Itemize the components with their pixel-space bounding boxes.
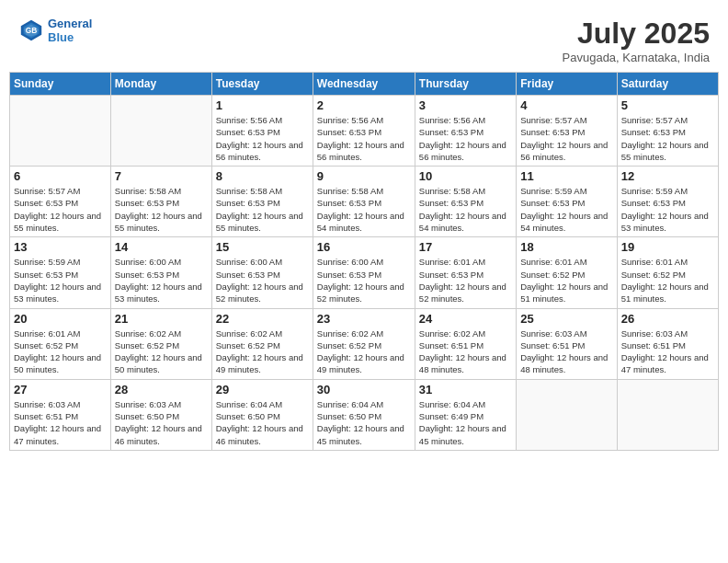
day-number: 4 (520, 98, 612, 112)
calendar-cell: 14Sunrise: 6:00 AM Sunset: 6:53 PM Dayli… (110, 237, 211, 308)
day-number: 13 (14, 240, 107, 254)
calendar-cell: 16Sunrise: 6:00 AM Sunset: 6:53 PM Dayli… (313, 237, 415, 308)
day-info: Sunrise: 5:59 AM Sunset: 6:53 PM Dayligh… (520, 185, 612, 234)
day-number: 9 (317, 169, 411, 183)
day-info: Sunrise: 6:00 AM Sunset: 6:53 PM Dayligh… (115, 256, 208, 304)
day-info: Sunrise: 5:58 AM Sunset: 6:53 PM Dayligh… (216, 185, 309, 234)
calendar-cell: 24Sunrise: 6:02 AM Sunset: 6:51 PM Dayli… (415, 308, 516, 379)
calendar-cell (110, 96, 211, 167)
calendar-cell: 19Sunrise: 6:01 AM Sunset: 6:52 PM Dayli… (617, 237, 718, 308)
day-number: 8 (216, 169, 309, 183)
weekday-header-tuesday: Tuesday (211, 73, 313, 96)
day-number: 15 (216, 240, 309, 254)
calendar-cell: 4Sunrise: 5:57 AM Sunset: 6:53 PM Daylig… (517, 96, 617, 167)
day-info: Sunrise: 5:57 AM Sunset: 6:53 PM Dayligh… (14, 185, 107, 234)
day-number: 26 (621, 312, 714, 326)
day-number: 6 (14, 169, 107, 183)
calendar-cell: 27Sunrise: 6:03 AM Sunset: 6:51 PM Dayli… (10, 379, 111, 450)
day-info: Sunrise: 6:04 AM Sunset: 6:49 PM Dayligh… (419, 398, 512, 447)
month-year: July 2025 (563, 17, 710, 51)
calendar-cell: 25Sunrise: 6:03 AM Sunset: 6:51 PM Dayli… (517, 308, 617, 379)
day-number: 3 (419, 98, 512, 112)
day-number: 30 (317, 383, 411, 396)
day-info: Sunrise: 6:01 AM Sunset: 6:53 PM Dayligh… (419, 256, 512, 304)
logo-text: General Blue (48, 17, 92, 44)
weekday-header-thursday: Thursday (415, 73, 516, 96)
day-info: Sunrise: 6:01 AM Sunset: 6:52 PM Dayligh… (14, 327, 107, 376)
day-info: Sunrise: 6:04 AM Sunset: 6:50 PM Dayligh… (317, 398, 411, 447)
day-number: 16 (317, 240, 411, 254)
calendar-cell (10, 96, 111, 167)
calendar-cell: 31Sunrise: 6:04 AM Sunset: 6:49 PM Dayli… (415, 379, 516, 450)
weekday-header-row: SundayMondayTuesdayWednesdayThursdayFrid… (10, 73, 719, 96)
day-number: 21 (115, 312, 208, 326)
day-number: 20 (14, 312, 107, 326)
calendar-cell: 12Sunrise: 5:59 AM Sunset: 6:53 PM Dayli… (617, 167, 718, 237)
calendar-cell: 17Sunrise: 6:01 AM Sunset: 6:53 PM Dayli… (415, 237, 516, 308)
day-info: Sunrise: 5:56 AM Sunset: 6:53 PM Dayligh… (317, 114, 411, 163)
day-number: 28 (115, 383, 208, 396)
calendar-cell: 13Sunrise: 5:59 AM Sunset: 6:53 PM Dayli… (10, 237, 111, 308)
day-number: 1 (216, 98, 309, 112)
calendar-cell: 11Sunrise: 5:59 AM Sunset: 6:53 PM Dayli… (517, 167, 617, 237)
day-info: Sunrise: 6:01 AM Sunset: 6:52 PM Dayligh… (520, 256, 612, 304)
calendar-cell: 22Sunrise: 6:02 AM Sunset: 6:52 PM Dayli… (211, 308, 313, 379)
day-number: 7 (115, 169, 208, 183)
day-number: 17 (419, 240, 512, 254)
calendar-week-3: 13Sunrise: 5:59 AM Sunset: 6:53 PM Dayli… (10, 237, 719, 308)
logo: GB General Blue (18, 17, 92, 44)
page-header: GB General Blue July 2025 Pavugada, Karn… (9, 9, 719, 68)
day-info: Sunrise: 6:00 AM Sunset: 6:53 PM Dayligh… (317, 256, 411, 304)
day-info: Sunrise: 6:03 AM Sunset: 6:51 PM Dayligh… (520, 327, 612, 376)
day-info: Sunrise: 5:57 AM Sunset: 6:53 PM Dayligh… (520, 114, 612, 163)
calendar-cell: 2Sunrise: 5:56 AM Sunset: 6:53 PM Daylig… (313, 96, 415, 167)
day-number: 11 (520, 169, 612, 183)
day-info: Sunrise: 6:03 AM Sunset: 6:51 PM Dayligh… (621, 327, 714, 376)
day-info: Sunrise: 6:03 AM Sunset: 6:50 PM Dayligh… (115, 398, 208, 447)
calendar-week-5: 27Sunrise: 6:03 AM Sunset: 6:51 PM Dayli… (10, 379, 719, 450)
day-number: 5 (621, 98, 714, 112)
day-info: Sunrise: 6:04 AM Sunset: 6:50 PM Dayligh… (216, 398, 309, 447)
calendar-cell: 23Sunrise: 6:02 AM Sunset: 6:52 PM Dayli… (313, 308, 415, 379)
day-number: 25 (520, 312, 612, 326)
weekday-header-wednesday: Wednesday (313, 73, 415, 96)
calendar-cell: 18Sunrise: 6:01 AM Sunset: 6:52 PM Dayli… (517, 237, 617, 308)
calendar-week-4: 20Sunrise: 6:01 AM Sunset: 6:52 PM Dayli… (10, 308, 719, 379)
day-info: Sunrise: 6:02 AM Sunset: 6:52 PM Dayligh… (115, 327, 208, 376)
day-number: 19 (621, 240, 714, 254)
day-info: Sunrise: 5:56 AM Sunset: 6:53 PM Dayligh… (419, 114, 512, 163)
calendar-cell: 26Sunrise: 6:03 AM Sunset: 6:51 PM Dayli… (617, 308, 718, 379)
day-number: 2 (317, 98, 411, 112)
day-number: 14 (115, 240, 208, 254)
day-info: Sunrise: 6:01 AM Sunset: 6:52 PM Dayligh… (621, 256, 714, 304)
location: Pavugada, Karnataka, India (563, 51, 710, 64)
day-info: Sunrise: 6:02 AM Sunset: 6:51 PM Dayligh… (419, 327, 512, 376)
day-number: 18 (520, 240, 612, 254)
calendar-cell: 7Sunrise: 5:58 AM Sunset: 6:53 PM Daylig… (110, 167, 211, 237)
calendar-cell: 6Sunrise: 5:57 AM Sunset: 6:53 PM Daylig… (10, 167, 111, 237)
day-number: 12 (621, 169, 714, 183)
logo-icon: GB (18, 17, 44, 43)
calendar-cell: 9Sunrise: 5:58 AM Sunset: 6:53 PM Daylig… (313, 167, 415, 237)
day-number: 24 (419, 312, 512, 326)
day-number: 22 (216, 312, 309, 326)
calendar-cell: 20Sunrise: 6:01 AM Sunset: 6:52 PM Dayli… (10, 308, 111, 379)
calendar-cell: 15Sunrise: 6:00 AM Sunset: 6:53 PM Dayli… (211, 237, 313, 308)
day-info: Sunrise: 5:58 AM Sunset: 6:53 PM Dayligh… (115, 185, 208, 234)
calendar-cell: 3Sunrise: 5:56 AM Sunset: 6:53 PM Daylig… (415, 96, 516, 167)
weekday-header-monday: Monday (110, 73, 211, 96)
calendar-cell: 1Sunrise: 5:56 AM Sunset: 6:53 PM Daylig… (211, 96, 313, 167)
day-info: Sunrise: 5:59 AM Sunset: 6:53 PM Dayligh… (14, 256, 107, 304)
day-info: Sunrise: 5:58 AM Sunset: 6:53 PM Dayligh… (419, 185, 512, 234)
calendar-cell (617, 379, 718, 450)
day-number: 23 (317, 312, 411, 326)
day-info: Sunrise: 5:59 AM Sunset: 6:53 PM Dayligh… (621, 185, 714, 234)
weekday-header-friday: Friday (517, 73, 617, 96)
day-info: Sunrise: 6:00 AM Sunset: 6:53 PM Dayligh… (216, 256, 309, 304)
calendar-cell: 30Sunrise: 6:04 AM Sunset: 6:50 PM Dayli… (313, 379, 415, 450)
calendar-cell: 5Sunrise: 5:57 AM Sunset: 6:53 PM Daylig… (617, 96, 718, 167)
day-info: Sunrise: 5:57 AM Sunset: 6:53 PM Dayligh… (621, 114, 714, 163)
weekday-header-sunday: Sunday (10, 73, 111, 96)
calendar-cell: 29Sunrise: 6:04 AM Sunset: 6:50 PM Dayli… (211, 379, 313, 450)
day-number: 27 (14, 383, 107, 396)
